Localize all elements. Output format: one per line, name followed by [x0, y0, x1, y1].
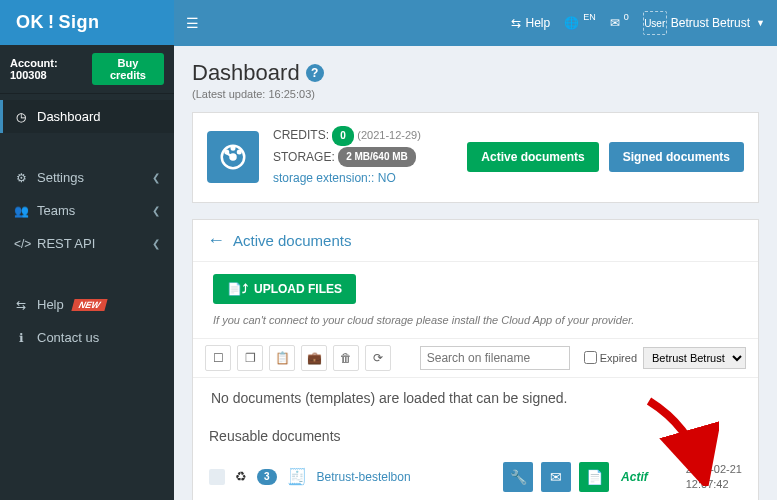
sidebar-item-label: Settings — [37, 170, 84, 185]
empty-documents-message: No documents (templates) are loaded that… — [193, 378, 758, 418]
chevron-left-icon: ❮ — [152, 205, 160, 216]
active-documents-button[interactable]: Active documents — [467, 142, 598, 172]
credits-expiry: (2021-12-29) — [357, 129, 421, 141]
svg-point-5 — [232, 147, 235, 150]
buy-credits-button[interactable]: Buy credits — [92, 53, 164, 85]
mail-action-button[interactable]: ✉ — [541, 462, 571, 492]
doc-timestamp: 2022-02-21 12:07:42 — [686, 462, 742, 491]
storage-extension-link[interactable]: storage extension:: NO — [273, 171, 396, 185]
doc-count-badge: 3 — [257, 469, 277, 485]
refresh-icon[interactable]: ⟳ — [365, 345, 391, 371]
account-row: Account: 100308 Buy credits — [0, 45, 174, 94]
sidebar-item-help[interactable]: ⇆Help NEW — [0, 288, 174, 321]
signed-documents-button[interactable]: Signed documents — [609, 142, 744, 172]
briefcase-icon[interactable]: 💼 — [301, 345, 327, 371]
svg-point-4 — [238, 151, 241, 154]
select-all-checkbox[interactable]: ☐ — [205, 345, 231, 371]
sidebar: OK!Sign Account: 100308 Buy credits ◷Das… — [0, 0, 174, 500]
brand-logo: OK!Sign — [0, 0, 174, 45]
sidebar-item-label: Contact us — [37, 330, 99, 345]
sidebar-item-label: Teams — [37, 203, 75, 218]
sidebar-item-dashboard[interactable]: ◷Dashboard — [0, 100, 174, 133]
doc-state: Actif — [621, 470, 648, 484]
doc-name-link[interactable]: Betrust-bestelbon — [317, 470, 411, 484]
sidebar-item-teams[interactable]: 👥Teams ❮ — [0, 194, 174, 227]
top-user[interactable]: User Betrust Betrust▼ — [643, 11, 765, 35]
chevron-left-icon: ❮ — [152, 238, 160, 249]
storage-label: STORAGE: — [273, 150, 335, 164]
edit-action-button[interactable]: 🔧 — [503, 462, 533, 492]
gear-icon: ⚙ — [14, 171, 28, 185]
code-icon: </> — [14, 237, 28, 251]
sidebar-item-label: Help — [37, 297, 64, 312]
dashboard-icon: ◷ — [14, 110, 28, 124]
panel-title: Active documents — [233, 232, 351, 249]
latest-update: (Latest update: 16:25:03) — [192, 88, 759, 100]
expired-filter[interactable]: Expired — [584, 351, 637, 364]
reusable-title: Reusable documents — [193, 418, 758, 454]
credits-label: CREDITS: — [273, 128, 329, 142]
account-label: Account: 100308 — [10, 57, 92, 81]
sidebar-item-contact[interactable]: ℹContact us — [0, 321, 174, 354]
back-arrow-icon[interactable]: ← — [207, 230, 225, 251]
top-language[interactable]: 🌐EN — [564, 16, 596, 30]
credits-count: 0 — [332, 126, 354, 146]
sidebar-item-label: REST API — [37, 236, 95, 251]
reusable-doc-row: ♻ 3 🧾 Betrust-bestelbon 🔧 ✉ 📄 Actif 2022… — [193, 454, 758, 500]
copy-icon[interactable]: ❐ — [237, 345, 263, 371]
search-input[interactable] — [420, 346, 570, 370]
upload-icon: 📄⤴ — [227, 282, 248, 296]
sidebar-item-settings[interactable]: ⚙Settings ❮ — [0, 161, 174, 194]
info-icon: ℹ — [14, 331, 28, 345]
row-handle[interactable] — [209, 469, 225, 485]
upload-files-button[interactable]: 📄⤴ UPLOAD FILES — [213, 274, 356, 304]
paste-icon[interactable]: 📋 — [269, 345, 295, 371]
top-mail[interactable]: ✉0 — [610, 16, 629, 30]
chevron-left-icon: ❮ — [152, 172, 160, 183]
recycle-icon[interactable]: ♻ — [235, 469, 247, 484]
gauge-icon — [207, 131, 259, 183]
sidebar-item-rest-api[interactable]: </>REST API ❮ — [0, 227, 174, 260]
avatar: User — [643, 11, 667, 35]
help-question-icon[interactable]: ? — [306, 64, 324, 82]
pdf-icon: 🧾 — [287, 467, 307, 486]
top-help[interactable]: ⇆ Help — [511, 16, 550, 30]
cloud-hint: If you can't connect to your cloud stora… — [213, 314, 738, 326]
active-documents-panel: ← Active documents 📄⤴ UPLOAD FILES If yo… — [192, 219, 759, 500]
hamburger-icon[interactable]: ☰ — [186, 15, 199, 31]
help-icon: ⇆ — [14, 298, 28, 312]
topbar: ☰ ⇆ Help 🌐EN ✉0 User Betrust Betrust▼ — [174, 0, 777, 46]
users-icon: 👥 — [14, 204, 28, 218]
copy-action-button[interactable]: 📄 — [579, 462, 609, 492]
delete-icon[interactable]: 🗑 — [333, 345, 359, 371]
sidebar-item-label: Dashboard — [37, 109, 101, 124]
user-filter-select[interactable]: Betrust Betrust — [643, 347, 746, 369]
documents-toolbar: ☐ ❐ 📋 💼 🗑 ⟳ Expired Betrust Betrust — [193, 338, 758, 378]
new-badge: NEW — [71, 299, 107, 311]
status-card: CREDITS: 0 (2021-12-29) STORAGE: 2 MB/64… — [192, 112, 759, 203]
svg-point-3 — [226, 151, 229, 154]
page-title: Dashboard ? — [192, 60, 759, 86]
storage-value: 2 MB/640 MB — [338, 147, 416, 167]
